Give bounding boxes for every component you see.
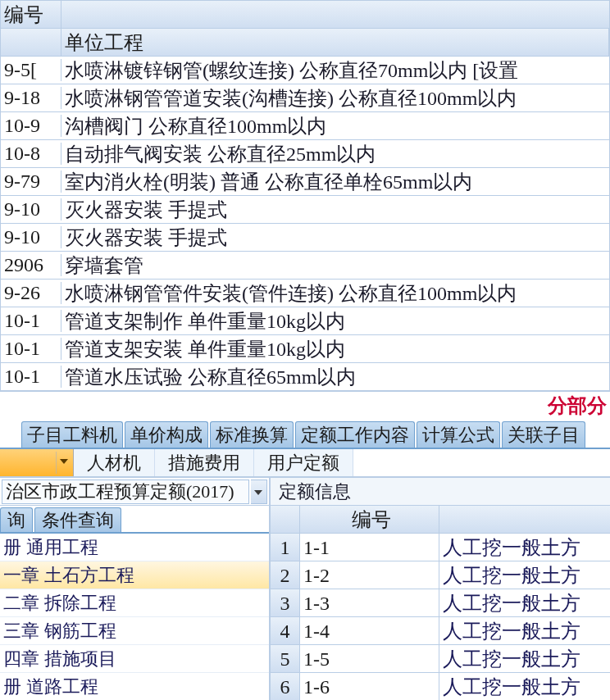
upper-table-header-row1: 编号 [1,1,609,29]
quota-row[interactable]: 31-3人工挖一般土方 [271,589,610,617]
quota-row[interactable]: 51-5人工挖一般土方 [271,645,610,673]
chapter-tree[interactable]: 册 通用工程一章 土石方工程二章 拆除工程三章 钢筋工程四章 措施项目册 道路工… [0,534,269,700]
tree-item[interactable]: 四章 措施项目 [0,645,269,673]
row-code: 9-10 [1,226,61,248]
table-row[interactable]: 9-79室内消火栓(明装) 普通 公称直径单栓65mm以内 [1,168,609,196]
source-dropdown-button[interactable] [0,449,74,476]
quota-grid-header: 编号 [271,506,610,534]
btn-measure-cost[interactable]: 措施费用 [155,449,254,476]
quota-row[interactable]: 41-4人工挖一般土方 [271,617,610,645]
tab-1[interactable]: 单价构成 [125,421,208,448]
tree-item[interactable]: 册 道路工程 [0,673,269,700]
upper-table-panel: 编号 单位工程 9-5[水喷淋镀锌钢管(螺纹连接) 公称直径70mm以内 [设置… [0,0,610,392]
row-code: 10-8 [1,143,61,165]
quota-grid-body[interactable]: 11-1人工挖一般土方21-2人工挖一般土方31-3人工挖一般土方41-4人工挖… [271,534,610,700]
row-desc: 管道支架安装 单件重量10kg以内 [61,336,609,362]
row-code: 9-5[ [1,59,61,81]
query-tab-condition[interactable]: 条件查询 [34,507,121,532]
quota-grid-header-name[interactable] [439,506,610,533]
section-label: 分部分 [0,392,610,420]
row-code: 1-1 [300,534,439,561]
source-toolbar: 人材机 措施费用 用户定额 [0,449,610,477]
tree-item[interactable]: 三章 钢筋工程 [0,617,269,645]
row-name: 人工挖一般土方 [439,673,610,700]
row-number: 1 [271,534,300,561]
upper-table-body[interactable]: 9-5[水喷淋镀锌钢管(螺纹连接) 公称直径70mm以内 [设置9-18水喷淋钢… [1,57,609,391]
tab-5[interactable]: 关联子目 [502,421,585,448]
row-desc: 灭火器安装 手提式 [61,225,609,251]
table-row[interactable]: 9-18水喷淋钢管管道安装(沟槽连接) 公称直径100mm以内 [1,84,609,112]
row-desc: 水喷淋镀锌钢管(螺纹连接) 公称直径70mm以内 [设置 [61,57,609,84]
row-code: 1-2 [300,561,439,589]
quota-row[interactable]: 61-6人工挖一般土方 [271,673,610,700]
row-desc: 自动排气阀安装 公称直径25mm以内 [61,141,609,167]
upper-header-desc[interactable]: 单位工程 [61,29,609,56]
quota-grid-corner [271,506,300,533]
row-code: 10-9 [1,115,61,137]
row-code: 1-4 [300,617,439,644]
table-row[interactable]: 9-5[水喷淋镀锌钢管(螺纹连接) 公称直径70mm以内 [设置 [1,57,609,84]
quota-grid-header-code[interactable]: 编号 [300,506,439,533]
table-row[interactable]: 10-1管道水压试验 公称直径65mm以内 [1,363,609,391]
row-name: 人工挖一般土方 [439,645,610,672]
detail-tabs-bar: 子目工料机单价构成标准换算定额工作内容计算公式关联子目 [0,420,610,449]
row-desc: 沟槽阀门 公称直径100mm以内 [61,113,609,139]
row-number: 4 [271,617,300,644]
btn-source-rck[interactable]: 人材机 [74,449,155,476]
btn-user-quota[interactable]: 用户定额 [254,449,353,476]
tab-4[interactable]: 计算公式 [417,421,500,448]
row-name: 人工挖一般土方 [439,534,610,561]
row-code: 1-6 [300,673,439,700]
tree-item[interactable]: 册 通用工程 [0,534,269,561]
tab-2[interactable]: 标准换算 [210,421,294,448]
row-desc: 穿墙套管 [61,252,609,279]
tree-item[interactable]: 二章 拆除工程 [0,589,269,617]
row-code: 10-1 [1,310,61,332]
row-name: 人工挖一般土方 [439,561,610,589]
table-row[interactable]: 9-26水喷淋钢管管件安装(管件连接) 公称直径100mm以内 [1,280,609,307]
row-code: 9-18 [1,87,61,109]
row-code: 2906 [1,254,61,276]
row-desc: 灭火器安装 手提式 [61,197,609,223]
row-code: 9-79 [1,170,61,193]
row-desc: 水喷淋钢管管件安装(管件连接) 公称直径100mm以内 [61,280,609,307]
chevron-down-icon[interactable] [251,480,267,504]
quota-book-value: 治区市政工程预算定额(2017) [2,480,249,504]
quota-book-dropdown[interactable]: 治区市政工程预算定额(2017) [0,478,269,506]
chevron-down-icon [60,459,68,464]
upper-header-code-splitcell [1,29,61,56]
upper-header-code[interactable]: 编号 [1,1,61,28]
lower-right-panel: 定额信息 编号 11-1人工挖一般土方21-2人工挖一般土方31-3人工挖一般土… [271,478,610,700]
quota-info-title: 定额信息 [271,478,610,506]
row-code: 9-26 [1,282,61,304]
tree-item[interactable]: 一章 土石方工程 [0,561,269,589]
row-number: 6 [271,673,300,700]
row-name: 人工挖一般土方 [439,617,610,644]
table-row[interactable]: 10-9沟槽阀门 公称直径100mm以内 [1,112,609,140]
table-row[interactable]: 10-8自动排气阀安装 公称直径25mm以内 [1,140,609,168]
row-code: 10-1 [1,366,61,388]
query-tabs: 询 条件查询 [0,506,269,534]
table-row[interactable]: 2906穿墙套管 [1,252,609,280]
row-number: 5 [271,645,300,672]
table-row[interactable]: 10-1管道支架安装 单件重量10kg以内 [1,335,609,363]
row-number: 2 [271,561,300,589]
table-row[interactable]: 9-10灭火器安装 手提式 [1,224,609,252]
row-desc: 管道水压试验 公称直径65mm以内 [61,364,609,390]
row-desc: 水喷淋钢管管道安装(沟槽连接) 公称直径100mm以内 [61,85,609,111]
quota-row[interactable]: 11-1人工挖一般土方 [271,534,610,561]
tab-0[interactable]: 子目工料机 [21,421,123,448]
row-code: 10-1 [1,338,61,360]
row-number: 3 [271,589,300,616]
lower-left-panel: 治区市政工程预算定额(2017) 询 条件查询 册 通用工程一章 土石方工程二章… [0,478,271,700]
table-row[interactable]: 9-10灭火器安装 手提式 [1,196,609,224]
quota-row[interactable]: 21-2人工挖一般土方 [271,561,610,589]
row-desc: 室内消火栓(明装) 普通 公称直径单栓65mm以内 [61,169,609,195]
table-row[interactable]: 10-1管道支架制作 单件重量10kg以内 [1,307,609,335]
query-tab-a[interactable]: 询 [0,507,33,532]
row-code: 1-5 [300,645,439,672]
row-code: 1-3 [300,589,439,616]
row-name: 人工挖一般土方 [439,589,610,616]
tab-3[interactable]: 定额工作内容 [295,421,415,448]
row-desc: 管道支架制作 单件重量10kg以内 [61,308,609,334]
